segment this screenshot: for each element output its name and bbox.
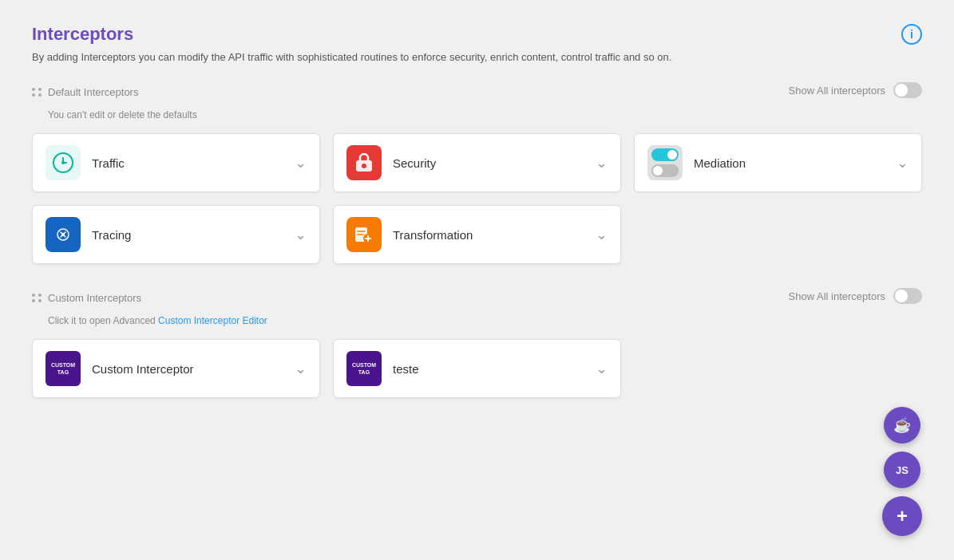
custom-show-all-label: Show All interceptors	[789, 290, 885, 302]
security-icon	[346, 145, 382, 180]
teste-icon: CUSTOM TAG	[346, 351, 382, 386]
default-interceptors-row1: Traffic ⌄ Security ⌄ Medi	[32, 133, 922, 192]
custom-section-title: Custom Interceptors	[48, 292, 141, 304]
add-fab[interactable]: +	[882, 496, 922, 536]
interceptor-custom-interceptor[interactable]: CUSTOM TAG Custom Interceptor ⌄	[32, 339, 320, 398]
interceptor-security[interactable]: Security ⌄	[333, 133, 621, 192]
page-title: Interceptors	[32, 24, 922, 45]
custom-section-note: Click it to open Advanced Custom Interce…	[48, 315, 922, 326]
mediation-icon	[647, 145, 683, 180]
interceptor-mediation[interactable]: Mediation ⌄	[634, 133, 922, 192]
interceptor-transformation[interactable]: Transformation ⌄	[333, 205, 621, 264]
custom-show-all-toggle[interactable]	[893, 288, 922, 304]
traffic-icon	[46, 145, 81, 180]
custom-show-all-row: Show All interceptors	[789, 288, 922, 304]
default-section-header: Default Interceptors	[32, 86, 138, 98]
traffic-label: Traffic	[92, 156, 283, 170]
tracing-chevron: ⌄	[295, 226, 307, 243]
transformation-chevron: ⌄	[596, 226, 608, 243]
js-fab[interactable]: JS	[884, 452, 920, 488]
fab-container: ☕ JS +	[882, 407, 922, 536]
svg-point-1	[61, 161, 65, 164]
default-show-all-toggle[interactable]	[893, 82, 922, 98]
custom-section-header: Custom Interceptors	[32, 292, 141, 304]
teste-label: teste	[393, 362, 584, 376]
section-dots	[32, 88, 42, 97]
info-icon[interactable]: i	[901, 24, 922, 45]
default-show-all-label: Show All interceptors	[789, 85, 885, 97]
main-page: i Interceptors By adding Interceptors yo…	[0, 0, 954, 560]
transformation-label: Transformation	[393, 228, 584, 242]
interceptor-traffic[interactable]: Traffic ⌄	[32, 133, 320, 192]
mediation-chevron: ⌄	[897, 154, 908, 172]
default-show-all-row: Show All interceptors	[789, 82, 922, 98]
teste-chevron: ⌄	[596, 360, 608, 377]
transformation-icon	[346, 217, 382, 252]
traffic-chevron: ⌄	[295, 154, 307, 172]
security-chevron: ⌄	[596, 154, 608, 172]
page-subtitle: By adding Interceptors you can modify th…	[32, 51, 922, 63]
mediation-label: Mediation	[694, 156, 885, 170]
default-section-title: Default Interceptors	[48, 86, 138, 98]
svg-point-6	[61, 233, 65, 236]
custom-interceptor-chevron: ⌄	[295, 360, 307, 377]
custom-interceptor-editor-link[interactable]: Custom Interceptor Editor	[158, 315, 267, 326]
custom-interceptor-label: Custom Interceptor	[92, 362, 283, 376]
tracing-icon	[46, 217, 81, 252]
coffee-fab[interactable]: ☕	[884, 407, 920, 444]
tracing-label: Tracing	[92, 228, 283, 242]
custom-section-dots	[32, 294, 42, 302]
security-label: Security	[393, 156, 584, 170]
custom-interceptor-icon: CUSTOM TAG	[46, 351, 81, 386]
default-section-note: You can't edit or delete the defaults	[48, 109, 922, 120]
interceptor-tracing[interactable]: Tracing ⌄	[32, 205, 320, 264]
svg-point-3	[362, 164, 366, 168]
interceptor-teste[interactable]: CUSTOM TAG teste ⌄	[333, 339, 621, 398]
